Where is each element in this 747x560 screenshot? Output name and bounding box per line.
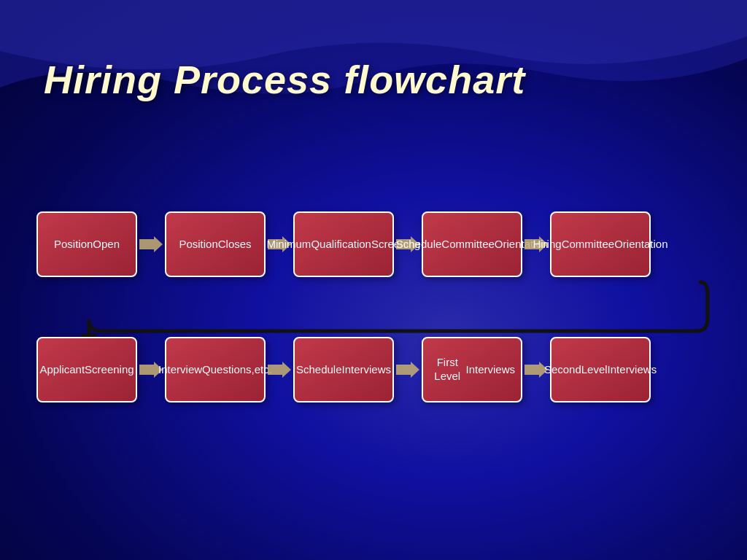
flow-arrow-icon bbox=[394, 362, 422, 378]
flow-box-interview-questions: InterviewQuestions,etc. bbox=[165, 337, 266, 402]
flow-arrow-icon bbox=[137, 236, 165, 252]
flow-box-position-closes: PositionCloses bbox=[165, 211, 266, 277]
flow-box-second-level: SecondLevelInterviews bbox=[550, 337, 651, 402]
flow-box-hiring-committee: HiringCommitteeOrientation bbox=[550, 211, 651, 277]
flow-row-1: PositionOpen PositionCloses MinimumQuali… bbox=[36, 211, 715, 277]
connector-svg bbox=[36, 279, 715, 337]
svg-marker-4 bbox=[80, 334, 98, 337]
svg-marker-6 bbox=[268, 362, 291, 378]
flow-box-first-level: First LevelInterviews bbox=[422, 337, 522, 402]
flowchart: PositionOpen PositionCloses MinimumQuali… bbox=[36, 211, 715, 402]
flow-box-position-open: PositionOpen bbox=[36, 211, 137, 277]
flow-box-schedule-committee: ScheduleCommitteeOrientation bbox=[422, 211, 522, 277]
svg-marker-0 bbox=[139, 236, 163, 252]
row-connector bbox=[36, 279, 715, 337]
flow-arrow-icon bbox=[266, 362, 293, 378]
svg-marker-7 bbox=[396, 362, 419, 378]
flow-row-2: ApplicantScreening InterviewQuestions,et… bbox=[36, 337, 715, 402]
flow-box-applicant-screening: ApplicantScreening bbox=[36, 337, 137, 402]
slide: Hiring Process flowchart PositionOpen Po… bbox=[0, 0, 747, 560]
page-title: Hiring Process flowchart bbox=[44, 58, 525, 101]
flow-box-schedule-interviews: ScheduleInterviews bbox=[293, 337, 394, 402]
flow-box-min-qual: MinimumQualificationScreening bbox=[293, 211, 394, 277]
